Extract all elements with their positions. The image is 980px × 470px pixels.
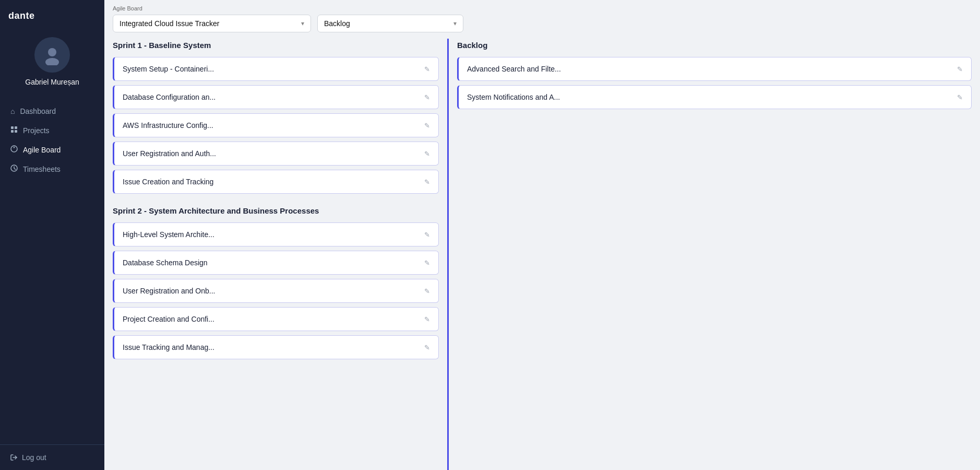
list-item[interactable]: Issue Tracking and Manag... ✎ bbox=[113, 335, 439, 359]
sidebar-footer: Log out bbox=[0, 444, 104, 470]
edit-icon[interactable]: ✎ bbox=[424, 315, 430, 323]
sidebar-item-agile-board-label: Agile Board bbox=[23, 146, 61, 154]
main-content: Agile Board Integrated Cloud Issue Track… bbox=[104, 0, 980, 470]
sidebar-item-projects-label: Projects bbox=[23, 126, 50, 135]
sprint1-title: Sprint 1 - Baseline System bbox=[113, 39, 439, 52]
issue-text: Issue Creation and Tracking bbox=[123, 178, 213, 186]
edit-icon[interactable]: ✎ bbox=[424, 287, 430, 295]
logout-button[interactable]: Log out bbox=[10, 453, 94, 462]
issue-text: AWS Infrastructure Config... bbox=[123, 121, 213, 130]
projects-icon bbox=[10, 126, 18, 135]
project-dropdown-value: Integrated Cloud Issue Tracker bbox=[119, 19, 219, 28]
topbar-controls: Integrated Cloud Issue Tracker ▾ Backlog… bbox=[113, 15, 972, 32]
svg-point-0 bbox=[48, 48, 56, 56]
sidebar: dante Gabriel Mureșan ⌂ Dashboard Projec… bbox=[0, 0, 104, 470]
agile-board-icon bbox=[10, 145, 18, 154]
sprint1-section: Sprint 1 - Baseline System System Setup … bbox=[113, 39, 439, 194]
issue-text: Database Schema Design bbox=[123, 258, 208, 267]
edit-icon[interactable]: ✎ bbox=[424, 259, 430, 267]
list-item[interactable]: System Notifications and A... ✎ bbox=[457, 85, 972, 109]
list-item[interactable]: High-Level System Archite... ✎ bbox=[113, 222, 439, 246]
sidebar-username: Gabriel Mureșan bbox=[25, 78, 79, 86]
issue-text: Issue Tracking and Manag... bbox=[123, 343, 214, 351]
svg-point-1 bbox=[45, 58, 59, 65]
list-item[interactable]: User Registration and Auth... ✎ bbox=[113, 142, 439, 166]
issue-text: System Notifications and A... bbox=[467, 93, 560, 101]
svg-rect-5 bbox=[15, 130, 17, 133]
issue-text: User Registration and Onb... bbox=[123, 287, 215, 295]
logout-label: Log out bbox=[22, 453, 46, 462]
sprint-dropdown-chevron-icon: ▾ bbox=[453, 20, 457, 27]
issue-text: High-Level System Archite... bbox=[123, 230, 214, 239]
sidebar-item-dashboard-label: Dashboard bbox=[20, 107, 56, 115]
list-item[interactable]: System Setup - Containeri... ✎ bbox=[113, 57, 439, 81]
topbar: Agile Board Integrated Cloud Issue Track… bbox=[104, 0, 980, 32]
project-dropdown-chevron-icon: ▾ bbox=[301, 20, 304, 27]
edit-icon[interactable]: ✎ bbox=[424, 178, 430, 186]
avatar-section: Gabriel Mureșan bbox=[0, 27, 104, 97]
issue-text: Database Configuration an... bbox=[123, 93, 216, 101]
sprint2-title: Sprint 2 - System Architecture and Busin… bbox=[113, 204, 439, 217]
sidebar-item-timesheets[interactable]: Timesheets bbox=[0, 159, 104, 179]
sidebar-nav: ⌂ Dashboard Projects Agile Board Timeshe… bbox=[0, 97, 104, 444]
edit-icon[interactable]: ✎ bbox=[424, 122, 430, 130]
issue-text: System Setup - Containeri... bbox=[123, 65, 214, 73]
timesheets-icon bbox=[10, 164, 18, 173]
avatar-icon bbox=[42, 44, 63, 65]
svg-rect-4 bbox=[11, 130, 14, 133]
edit-icon[interactable]: ✎ bbox=[424, 231, 430, 239]
list-item[interactable]: User Registration and Onb... ✎ bbox=[113, 279, 439, 303]
edit-icon[interactable]: ✎ bbox=[957, 65, 963, 73]
project-dropdown[interactable]: Integrated Cloud Issue Tracker ▾ bbox=[113, 15, 311, 32]
avatar bbox=[34, 37, 70, 73]
logout-icon bbox=[10, 454, 18, 461]
edit-icon[interactable]: ✎ bbox=[957, 93, 963, 101]
sprint-dropdown[interactable]: Backlog ▾ bbox=[317, 15, 463, 32]
backlog-title: Backlog bbox=[457, 39, 972, 52]
list-item[interactable]: AWS Infrastructure Config... ✎ bbox=[113, 113, 439, 137]
edit-icon[interactable]: ✎ bbox=[424, 344, 430, 351]
issue-text: User Registration and Auth... bbox=[123, 149, 216, 158]
edit-icon[interactable]: ✎ bbox=[424, 150, 430, 158]
list-item[interactable]: Issue Creation and Tracking ✎ bbox=[113, 170, 439, 194]
sidebar-item-agile-board[interactable]: Agile Board bbox=[0, 140, 104, 159]
list-item[interactable]: Advanced Search and Filte... ✎ bbox=[457, 57, 972, 81]
list-item[interactable]: Database Schema Design ✎ bbox=[113, 251, 439, 275]
edit-icon[interactable]: ✎ bbox=[424, 65, 430, 73]
sidebar-brand: dante bbox=[0, 0, 104, 27]
topbar-section-label: Agile Board bbox=[113, 5, 972, 11]
sprint2-section: Sprint 2 - System Architecture and Busin… bbox=[113, 204, 439, 359]
issue-text: Project Creation and Confi... bbox=[123, 315, 214, 323]
issue-text: Advanced Search and Filte... bbox=[467, 65, 561, 73]
dashboard-icon: ⌂ bbox=[10, 107, 15, 115]
sidebar-item-projects[interactable]: Projects bbox=[0, 121, 104, 140]
svg-rect-2 bbox=[11, 126, 14, 129]
sidebar-item-timesheets-label: Timesheets bbox=[23, 165, 61, 173]
svg-rect-3 bbox=[15, 126, 17, 129]
sidebar-item-dashboard[interactable]: ⌂ Dashboard bbox=[0, 102, 104, 121]
backlog-column: Backlog Advanced Search and Filte... ✎ S… bbox=[449, 39, 980, 470]
sprint-dropdown-value: Backlog bbox=[324, 19, 350, 28]
board-area: Sprint 1 - Baseline System System Setup … bbox=[104, 32, 980, 470]
sprint-column: Sprint 1 - Baseline System System Setup … bbox=[104, 39, 449, 470]
edit-icon[interactable]: ✎ bbox=[424, 93, 430, 101]
list-item[interactable]: Project Creation and Confi... ✎ bbox=[113, 307, 439, 331]
list-item[interactable]: Database Configuration an... ✎ bbox=[113, 85, 439, 109]
